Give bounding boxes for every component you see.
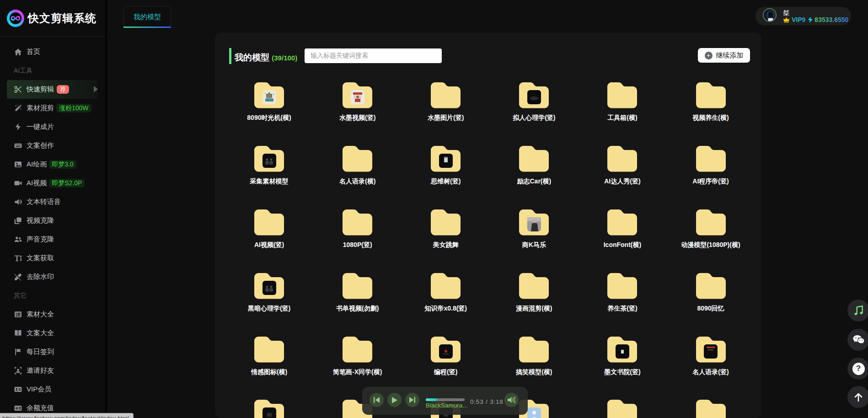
- svg-text:$: $: [16, 407, 17, 409]
